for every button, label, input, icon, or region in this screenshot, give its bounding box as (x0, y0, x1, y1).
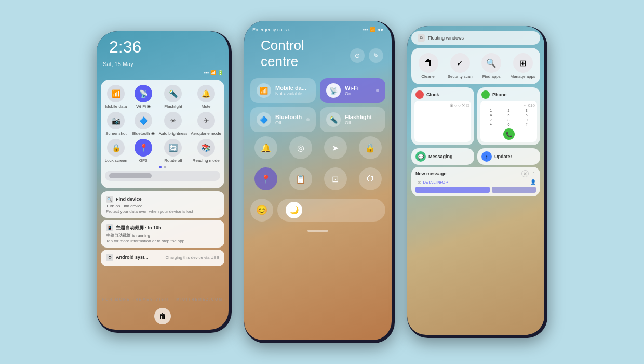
cc-smiley-btn[interactable]: 😊 (250, 199, 273, 222)
toggle-mute[interactable]: 🔔 Mute (191, 85, 221, 109)
notif-icon-find: 🔍 (106, 196, 113, 203)
toggle-brightness[interactable]: ☀ Auto brightness (159, 112, 188, 136)
gps-btn[interactable]: 📍 (135, 139, 152, 157)
brightness-btn[interactable]: ☀ (164, 112, 182, 129)
aeroplane-btn[interactable]: ✈ (197, 112, 215, 129)
floating-label: Floating windows (428, 35, 464, 41)
lock-btn[interactable]: 🔒 (107, 139, 125, 157)
cc-wifi-status: On (345, 91, 359, 96)
find-apps-icon: 🔍 (481, 53, 501, 73)
brightness-fill (109, 173, 152, 178)
cc-wifi-dot (376, 89, 379, 92)
toggle-reading[interactable]: 📚 Reading mode (191, 139, 221, 163)
msg-color-bar-2 (492, 187, 536, 193)
brightness-slider[interactable] (105, 171, 220, 181)
rotate-label: Rotate off (164, 158, 182, 163)
signal-bars: ▪▪▪ (363, 27, 368, 32)
flashlight-btn[interactable]: 🔦 (164, 85, 182, 102)
widget-phone[interactable]: Phone ← 010 123 456 789 +0# 📞 (477, 87, 540, 145)
clock-title: Clock (426, 92, 439, 97)
cc-flashlight-icon: 🔦 (326, 112, 341, 127)
toggle-aeroplane[interactable]: ✈ Aeroplane mode (191, 112, 221, 136)
message-compose-card[interactable]: New message ✕ ⋮ To: DETAIL INFO + 👤 (411, 167, 540, 196)
notif-icon-theme: 📱 (106, 224, 113, 231)
aeroplane-label: Aeroplane mode (191, 131, 221, 136)
cc-bottom-row: 😊 🌙 (244, 194, 392, 226)
lock-label: Lock screen (105, 158, 127, 163)
app-find[interactable]: 🔍 Find apps (477, 53, 506, 79)
cc-timer-btn[interactable]: ⏱ (359, 167, 382, 190)
toggle-screenshot[interactable]: 📷 Screenshot (104, 112, 128, 136)
notif-title-android: Android syst... (116, 255, 149, 260)
wifi-status: 📶 (370, 27, 375, 32)
toggle-flashlight[interactable]: 🔦 Flashlight (159, 85, 188, 109)
app-grid: 🗑 Cleaner ✓ Security scan 🔍 Find apps ⊞ … (414, 53, 537, 79)
wifi-btn[interactable]: 📡 (135, 85, 152, 102)
toggle-gps[interactable]: 📍 GPS (131, 139, 156, 163)
wifi-icon: 📶 (210, 70, 216, 75)
updater-icon: ↑ (481, 151, 492, 162)
dark-mode-circle: 🌙 (286, 202, 302, 218)
toggle-mobile-data[interactable]: 📶 Mobile data (104, 85, 128, 109)
cc-nav-btn[interactable]: ➤ (324, 136, 347, 159)
manage-apps-icon: ⊞ (513, 53, 533, 73)
cc-nfc-btn[interactable]: ◎ (289, 136, 312, 159)
mobile-data-btn[interactable]: 📶 (107, 85, 125, 102)
msg-close-btn[interactable]: ✕ (521, 170, 529, 177)
flashlight-label: Flashlight (164, 104, 182, 109)
toggle-lock[interactable]: 🔒 Lock screen (104, 139, 128, 163)
app-messaging[interactable]: 💬 Messaging (411, 148, 474, 165)
cc-tile-mobile[interactable]: 📶 Mobile da... Not available (250, 78, 316, 103)
cc-bluetooth-icon: 🔷 (257, 112, 271, 127)
bluetooth-btn[interactable]: 🔷 (135, 112, 152, 129)
phone-dialer: ← 010 123 456 789 +0# 📞 (480, 101, 537, 142)
cc-wifi-icon: 📡 (326, 83, 341, 98)
toggle-bluetooth[interactable]: 🔷 Bluetooth ◉ (131, 112, 156, 136)
battery-icon: 🔋 (218, 70, 223, 75)
cc-scan-btn[interactable]: ⊡ (324, 167, 347, 190)
notif-android[interactable]: ⚙ Android syst... Charging this device v… (101, 250, 224, 266)
cc-lock-btn[interactable]: 🔒 (359, 136, 382, 159)
cc-icon-row-2: 📍 📋 ⊡ ⏱ (244, 163, 392, 194)
reading-label: Reading mode (193, 158, 220, 163)
cc-flashlight-name: Flashlight (345, 114, 372, 120)
notif-theme[interactable]: 📱 主题自动截屏 · In 10h 主题自动截屏 is running Tap … (101, 220, 224, 248)
trash-button[interactable]: 🗑 (154, 308, 171, 324)
notif-icon-android: ⚙ (106, 254, 113, 261)
notif-body-android: Charging this device via USB (165, 255, 219, 260)
app-cleaner[interactable]: 🗑 Cleaner (414, 53, 443, 79)
msg-more-btn[interactable]: ⋮ (531, 171, 536, 177)
cc-location-btn[interactable]: 📍 (254, 167, 277, 190)
app-security[interactable]: ✓ Security scan (446, 53, 475, 79)
gps-label: GPS (139, 158, 148, 163)
screenshot-btn[interactable]: 📷 (107, 112, 125, 129)
toggle-rotate[interactable]: 🔄 Rotate off (159, 139, 188, 163)
time-large: 2:36 (103, 35, 147, 59)
msg-contact-icon[interactable]: 👤 (530, 179, 536, 185)
cc-edit-icon[interactable]: ✎ (369, 48, 383, 63)
phone-dot (481, 90, 490, 99)
msg-to-row: To: DETAIL INFO + 👤 (415, 179, 536, 185)
cc-tile-bluetooth[interactable]: 🔷 Bluetooth Off (250, 107, 316, 132)
manage-apps-label: Manage apps (511, 74, 535, 79)
reading-btn[interactable]: 📚 (197, 139, 215, 157)
mute-label: Mute (202, 104, 211, 109)
app-updater[interactable]: ↑ Updater (477, 148, 540, 165)
wifi-label: Wi-Fi ◉ (136, 104, 151, 109)
floating-windows-bar[interactable]: ⧉ Floating windows (411, 31, 540, 45)
cc-bell-btn[interactable]: 🔔 (254, 136, 277, 159)
updater-label: Updater (494, 154, 512, 159)
find-apps-label: Find apps (482, 74, 501, 79)
widget-clock[interactable]: Clock ◉ ○ ○ ✕ □ (411, 87, 474, 145)
cc-dark-mode-toggle[interactable]: 🌙 (277, 199, 385, 222)
mute-btn[interactable]: 🔔 (197, 85, 215, 102)
app-manage[interactable]: ⊞ Manage apps (509, 53, 538, 79)
toggle-wifi[interactable]: 📡 Wi-Fi ◉ (131, 85, 156, 109)
cc-tile-flashlight[interactable]: 🔦 Flashlight Off (320, 107, 385, 132)
dot-2 (164, 166, 166, 168)
cc-settings-icon[interactable]: ⊙ (350, 48, 365, 63)
notif-find-device[interactable]: 🔍 Find device Turn on Find device Protec… (101, 191, 224, 218)
rotate-btn[interactable]: 🔄 (164, 139, 182, 157)
cc-cast-btn[interactable]: 📋 (289, 167, 312, 190)
cc-tile-wifi[interactable]: 📡 Wi-Fi On (320, 78, 385, 103)
